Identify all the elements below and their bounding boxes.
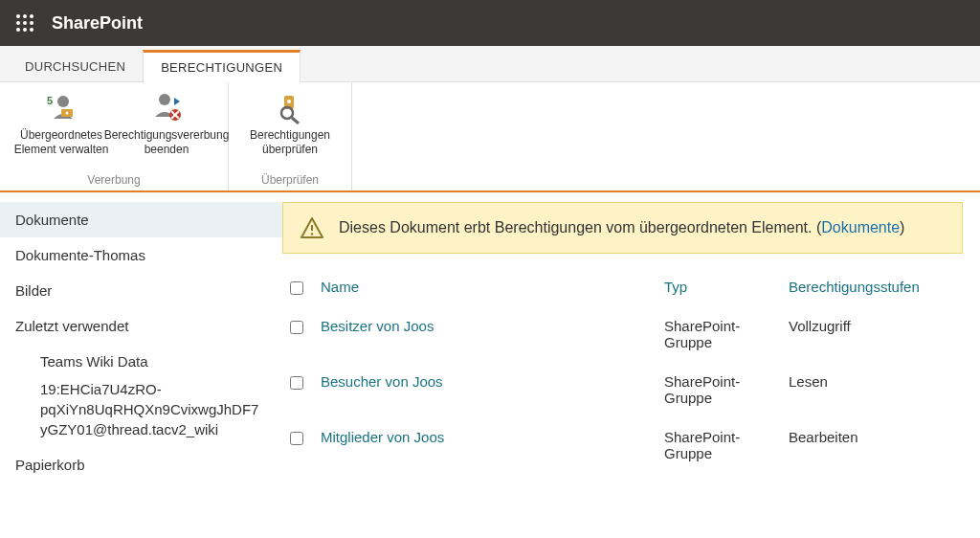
permission-level: Vollzugriff: [781, 306, 963, 362]
ribbon-group-inheritance-title: Vererbung: [87, 169, 140, 187]
main-panel: Dieses Dokument erbt Berechtigungen vom …: [282, 192, 980, 492]
sidebar-subitem-teams-wiki[interactable]: Teams Wiki Data: [0, 351, 282, 371]
svg-text:5: 5: [47, 95, 53, 106]
svg-point-1: [23, 14, 27, 18]
permissions-table: Name Typ Berechtigungsstufen Besitzer vo…: [282, 271, 963, 473]
svg-point-0: [16, 14, 20, 18]
svg-point-13: [159, 94, 170, 105]
permission-level: Lesen: [781, 362, 963, 417]
check-permissions-label: Berechtigungen überprüfen: [242, 128, 338, 157]
sidebar-item-pictures[interactable]: Bilder: [0, 273, 282, 308]
row-checkbox[interactable]: [290, 432, 303, 445]
ribbon-group-inheritance: 5 Übergeordnetes Element verwalten: [0, 82, 229, 191]
tab-browse[interactable]: DURCHSUCHEN: [8, 52, 143, 81]
sidebar-item-recent[interactable]: Zuletzt verwendet: [0, 308, 282, 344]
brand-label: SharePoint: [52, 13, 143, 34]
check-permissions-button[interactable]: Berechtigungen überprüfen: [242, 90, 338, 157]
ribbon-tabs: DURCHSUCHEN BERECHTIGUNGEN: [0, 46, 980, 82]
svg-point-10: [57, 96, 69, 107]
row-checkbox[interactable]: [290, 321, 303, 334]
table-row: Besitzer von Joos SharePoint-Gruppe Voll…: [282, 306, 963, 362]
principal-link[interactable]: Besucher von Joos: [321, 373, 443, 390]
sidebar-subitem-thread[interactable]: 19:EHCia7U4zRO-pqXiYn8UqRHQXn9CvixwgJhDF…: [0, 379, 282, 439]
sidebar-item-documents[interactable]: Dokumente: [0, 202, 282, 237]
column-header-level[interactable]: Berechtigungsstufen: [781, 271, 963, 306]
notice-suffix: ): [900, 219, 904, 235]
table-row: Besucher von Joos SharePoint-Gruppe Lese…: [282, 362, 963, 417]
suite-bar: SharePoint: [0, 0, 980, 46]
notice-parent-link[interactable]: Dokumente: [821, 219, 900, 235]
svg-marker-14: [174, 98, 180, 105]
permission-level: Bearbeiten: [781, 417, 963, 473]
notice-prefix: Dieses Dokument erbt Berechtigungen vom …: [339, 219, 821, 235]
check-permissions-icon: [273, 90, 307, 124]
inheritance-notice: Dieses Dokument erbt Berechtigungen vom …: [282, 202, 963, 254]
stop-inheriting-icon: [149, 90, 184, 124]
waffle-icon: [15, 13, 34, 33]
warning-icon: [301, 216, 323, 239]
inheritance-notice-text: Dieses Dokument erbt Berechtigungen vom …: [339, 219, 904, 236]
principal-type: SharePoint-Gruppe: [657, 417, 781, 473]
tab-permissions[interactable]: BERECHTIGUNGEN: [143, 50, 301, 82]
content-area: Dokumente Dokumente-Thomas Bilder Zuletz…: [0, 192, 980, 492]
svg-point-8: [30, 28, 33, 32]
principal-link[interactable]: Mitglieder von Joos: [321, 429, 444, 445]
svg-point-19: [287, 100, 291, 103]
manage-parent-button[interactable]: 5 Übergeordnetes Element verwalten: [13, 90, 109, 157]
quicklaunch-sidebar: Dokumente Dokumente-Thomas Bilder Zuletz…: [0, 192, 282, 492]
table-row: Mitglieder von Joos SharePoint-Gruppe Be…: [282, 417, 963, 473]
svg-point-5: [30, 21, 33, 25]
sidebar-item-documents-thomas[interactable]: Dokumente-Thomas: [0, 237, 282, 273]
ribbon-group-check-title: Überprüfen: [261, 169, 319, 187]
manage-parent-label: Übergeordnetes Element verwalten: [13, 128, 109, 157]
manage-parent-icon: 5: [44, 90, 78, 124]
svg-point-12: [66, 112, 69, 115]
svg-point-4: [23, 21, 27, 25]
stop-inheriting-button[interactable]: Berechtigungsvererbung beenden: [119, 90, 214, 157]
svg-point-6: [16, 28, 20, 32]
svg-point-24: [311, 233, 314, 235]
principal-type: SharePoint-Gruppe: [657, 362, 781, 417]
stop-inheriting-label: Berechtigungsvererbung beenden: [104, 128, 230, 157]
svg-point-2: [30, 14, 33, 18]
column-header-type[interactable]: Typ: [657, 271, 781, 306]
row-checkbox[interactable]: [290, 376, 303, 390]
svg-point-3: [16, 21, 20, 25]
select-all-checkbox[interactable]: [290, 281, 303, 295]
app-launcher-icon[interactable]: [8, 6, 42, 40]
sidebar-item-recycle-bin[interactable]: Papierkorb: [0, 447, 282, 482]
svg-point-7: [23, 28, 27, 32]
principal-type: SharePoint-Gruppe: [657, 306, 781, 362]
ribbon-group-check: Berechtigungen überprüfen Überprüfen: [229, 82, 352, 191]
ribbon: 5 Übergeordnetes Element verwalten: [0, 82, 980, 192]
column-header-name[interactable]: Name: [313, 271, 657, 306]
principal-link[interactable]: Besitzer von Joos: [321, 318, 434, 334]
svg-line-21: [292, 118, 299, 123]
